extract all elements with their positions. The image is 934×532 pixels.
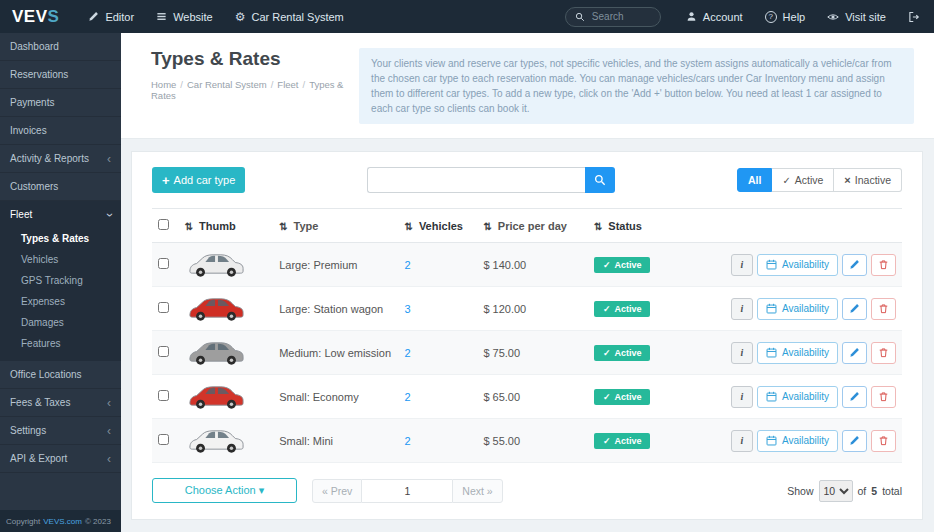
edit-button[interactable] (842, 342, 867, 364)
car-thumbnail (185, 268, 247, 280)
sidebar-item-label: Payments (10, 97, 54, 108)
sidebar-item-invoices[interactable]: Invoices (0, 117, 121, 145)
breadcrumb-item[interactable]: Car Rental System (187, 79, 267, 90)
sidebar-item-fleet[interactable]: Fleet (0, 201, 121, 228)
topbar-website[interactable]: Website (145, 0, 224, 33)
copyright-prefix: Copyright (6, 517, 40, 526)
availability-button[interactable]: Availability (757, 342, 838, 364)
breadcrumb-item[interactable]: Home (151, 79, 176, 90)
table-row: Small: Economy 2 $ 65.00 Active Availabi… (152, 375, 902, 419)
info-button[interactable] (731, 254, 753, 276)
sidebar-item-reservations[interactable]: Reservations (0, 61, 121, 89)
price-per-day: $ 55.00 (477, 419, 588, 463)
trash-icon (878, 435, 889, 446)
breadcrumb-item[interactable]: Fleet (277, 79, 298, 90)
pagination: « Prev 1 Next » (312, 479, 503, 503)
header-status[interactable]: Status (588, 209, 725, 243)
availability-button[interactable]: Availability (757, 298, 838, 320)
show-label: Show (787, 485, 813, 497)
row-checkbox[interactable] (158, 390, 169, 401)
edit-button[interactable] (842, 298, 867, 320)
topbar-account[interactable]: Account (675, 0, 754, 33)
info-box: Your clients view and reserve car types,… (359, 48, 914, 124)
availability-button[interactable]: Availability (757, 254, 838, 276)
info-button[interactable] (731, 298, 753, 320)
topbar-help[interactable]: ? Help (754, 0, 817, 33)
topbar-car-rental-system[interactable]: ⚙ Car Rental System (224, 0, 355, 33)
sidebar-item-label: API & Export (10, 453, 67, 464)
trash-icon (878, 303, 889, 314)
table-search (367, 167, 615, 193)
select-all-checkbox[interactable] (158, 219, 169, 230)
sidebar-item-fees-taxes[interactable]: Fees & Taxes (0, 389, 121, 417)
app-logo[interactable]: VEVS (0, 7, 77, 27)
current-page[interactable]: 1 (362, 479, 452, 503)
edit-button[interactable] (842, 254, 867, 276)
availability-button[interactable]: Availability (757, 430, 838, 452)
sidebar-item-activity-reports[interactable]: Activity & Reports (0, 145, 121, 173)
info-button[interactable] (731, 342, 753, 364)
next-page-button[interactable]: Next » (452, 479, 502, 503)
row-checkbox[interactable] (158, 434, 169, 445)
sidebar-item-api-export[interactable]: API & Export (0, 445, 121, 473)
filter-all-button[interactable]: All (737, 168, 772, 192)
delete-button[interactable] (871, 342, 896, 364)
sidebar-subitem-features[interactable]: Features (0, 333, 121, 354)
topbar-search[interactable]: Search (565, 7, 661, 27)
vehicles-count-link[interactable]: 2 (405, 435, 411, 447)
sidebar-upper-group: DashboardReservationsPaymentsInvoicesAct… (0, 33, 121, 228)
vehicles-count-link[interactable]: 2 (405, 347, 411, 359)
header-thumb[interactable]: Thumb (179, 209, 274, 243)
sidebar-item-payments[interactable]: Payments (0, 89, 121, 117)
delete-button[interactable] (871, 430, 896, 452)
sidebar-subitem-gps-tracking[interactable]: GPS Tracking (0, 270, 121, 291)
filter-active-button[interactable]: Active (772, 168, 834, 192)
pencil-icon (849, 303, 860, 314)
calendar-icon (766, 259, 777, 270)
vehicles-count-link[interactable]: 2 (405, 259, 411, 271)
trash-icon (878, 259, 889, 270)
show-select[interactable]: 10 (819, 480, 853, 502)
delete-button[interactable] (871, 386, 896, 408)
edit-button[interactable] (842, 430, 867, 452)
edit-button[interactable] (842, 386, 867, 408)
delete-button[interactable] (871, 254, 896, 276)
info-button[interactable] (731, 386, 753, 408)
delete-button[interactable] (871, 298, 896, 320)
sidebar-item-office-locations[interactable]: Office Locations (0, 361, 121, 389)
sidebar-subitem-expenses[interactable]: Expenses (0, 291, 121, 312)
search-icon (594, 174, 606, 186)
breadcrumb-separator: / (302, 79, 305, 90)
topbar-editor[interactable]: Editor (77, 0, 145, 33)
choose-action-button[interactable]: Choose Action (152, 478, 297, 503)
logo-text-accent: S (48, 7, 60, 26)
search-button[interactable] (585, 167, 615, 193)
signout-button[interactable] (897, 0, 934, 33)
sidebar-subitem-vehicles[interactable]: Vehicles (0, 249, 121, 270)
row-checkbox[interactable] (158, 302, 169, 313)
sidebar-subitem-types-rates[interactable]: Types & Rates (0, 228, 121, 249)
header-price[interactable]: Price per day (477, 209, 588, 243)
price-per-day: $ 140.00 (477, 243, 588, 287)
vevs-site-link[interactable]: VEVS.com (43, 517, 82, 526)
vehicles-count-link[interactable]: 2 (405, 391, 411, 403)
calendar-icon (766, 391, 777, 402)
sidebar-item-settings[interactable]: Settings (0, 417, 121, 445)
vehicles-count-link[interactable]: 3 (405, 303, 411, 315)
info-button[interactable] (731, 430, 753, 452)
topbar-visit-site[interactable]: Visit site (816, 0, 897, 33)
sidebar-item-customers[interactable]: Customers (0, 173, 121, 201)
header-type[interactable]: Type (273, 209, 398, 243)
row-checkbox[interactable] (158, 258, 169, 269)
prev-page-button[interactable]: « Prev (312, 479, 362, 503)
header-vehicles[interactable]: Vehicles (399, 209, 478, 243)
row-checkbox[interactable] (158, 346, 169, 357)
add-car-type-button[interactable]: Add car type (152, 167, 245, 193)
search-input[interactable] (367, 167, 585, 193)
availability-button[interactable]: Availability (757, 386, 838, 408)
table-row: Large: Station wagon 3 $ 120.00 Active A… (152, 287, 902, 331)
filter-inactive-button[interactable]: Inactive (834, 168, 902, 192)
table-row: Large: Premium 2 $ 140.00 Active Availab… (152, 243, 902, 287)
sidebar-subitem-damages[interactable]: Damages (0, 312, 121, 333)
sidebar-item-dashboard[interactable]: Dashboard (0, 33, 121, 61)
